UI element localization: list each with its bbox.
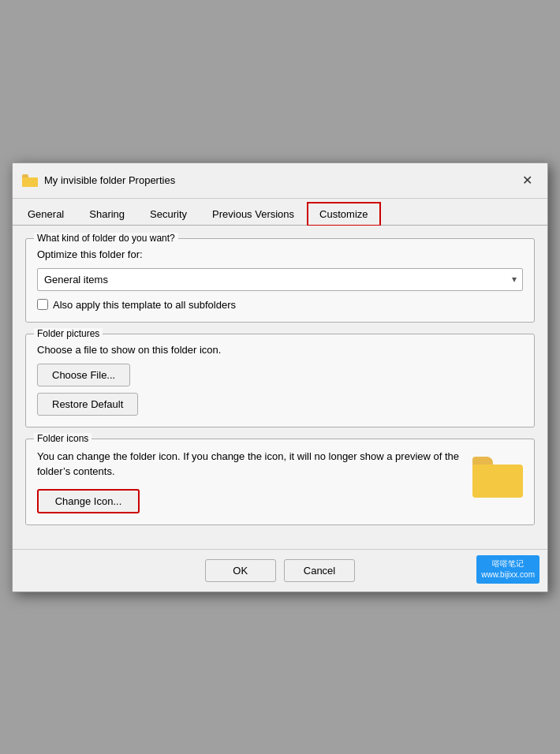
folder-pictures-description: Choose a file to show on this folder ico… (37, 344, 523, 356)
tabs-bar: General Sharing Security Previous Versio… (13, 199, 547, 226)
restore-default-button[interactable]: Restore Default (37, 393, 138, 416)
title-bar: My invisible folder Properties ✕ (13, 163, 547, 199)
watermark: 嗒嗒笔记 www.bijixx.com (476, 555, 539, 584)
folder-icons-description: You can change the folder icon. If you c… (37, 449, 472, 480)
folder-type-section: What kind of folder do you want? Optimiz… (25, 238, 535, 323)
optimize-label: Optimize this folder for: (37, 248, 523, 260)
change-icon-button[interactable]: Change Icon... (37, 489, 140, 513)
bottom-bar: OK Cancel (13, 549, 547, 592)
properties-dialog: My invisible folder Properties ✕ General… (12, 162, 548, 592)
folder-large-icon (472, 457, 523, 498)
cancel-button[interactable]: Cancel (284, 559, 355, 582)
window-title: My invisible folder Properties (44, 174, 175, 186)
dialog-body: What kind of folder do you want? Optimiz… (13, 226, 547, 592)
tab-general[interactable]: General (16, 203, 76, 226)
ok-button[interactable]: OK (205, 559, 276, 582)
folder-title-icon (22, 174, 38, 187)
folder-pictures-buttons: Choose File... Restore Default (37, 364, 523, 416)
watermark-line2: www.bijixx.com (481, 569, 535, 580)
folder-icons-section: Folder icons You can change the folder i… (25, 439, 535, 525)
watermark-line1: 嗒嗒笔记 (481, 558, 535, 569)
folder-icons-left: You can change the folder icon. If you c… (37, 449, 472, 513)
apply-template-checkbox[interactable] (37, 299, 48, 310)
content-area: What kind of folder do you want? Optimiz… (13, 226, 547, 549)
folder-type-legend: What kind of folder do you want? (34, 233, 178, 244)
choose-file-button[interactable]: Choose File... (37, 364, 130, 386)
tab-sharing[interactable]: Sharing (77, 203, 136, 226)
folder-pictures-section: Folder pictures Choose a file to show on… (25, 334, 535, 427)
optimize-dropdown[interactable]: General items Documents Pictures Music V… (37, 268, 523, 291)
folder-pictures-legend: Folder pictures (34, 328, 103, 339)
folder-icons-legend: Folder icons (34, 433, 91, 444)
close-button[interactable]: ✕ (516, 170, 538, 192)
apply-template-row: Also apply this template to all subfolde… (37, 299, 523, 311)
title-bar-left: My invisible folder Properties (22, 174, 175, 187)
tab-previous-versions[interactable]: Previous Versions (200, 203, 306, 226)
folder-icons-row: You can change the folder icon. If you c… (37, 449, 523, 513)
tab-customize[interactable]: Customize (308, 203, 379, 226)
apply-template-label: Also apply this template to all subfolde… (53, 299, 236, 311)
tab-security[interactable]: Security (138, 203, 199, 226)
optimize-dropdown-wrapper: General items Documents Pictures Music V… (37, 268, 523, 291)
